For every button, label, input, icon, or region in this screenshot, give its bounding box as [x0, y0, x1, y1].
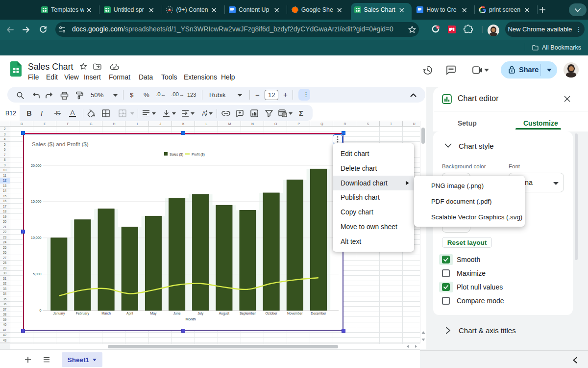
svg-text:January: January: [53, 312, 65, 315]
svg-text:May: May: [150, 312, 156, 315]
svg-text:15,000: 15,000: [31, 200, 42, 203]
svg-text:August: August: [219, 312, 229, 315]
svg-text:Profit ($): Profit ($): [192, 153, 205, 157]
svg-text:December: December: [311, 312, 326, 315]
svg-text:0: 0: [40, 309, 42, 312]
svg-text:Sales ($): Sales ($): [170, 153, 183, 157]
svg-text:A: A: [70, 109, 74, 116]
svg-text:April: April: [126, 312, 133, 315]
svg-text:March: March: [101, 312, 111, 315]
svg-text:November: November: [287, 312, 303, 315]
svg-text:10,000: 10,000: [31, 236, 42, 239]
svg-text:Month: Month: [186, 317, 196, 321]
svg-text:October: October: [266, 312, 278, 315]
svg-text:5,000: 5,000: [33, 272, 42, 276]
svg-text:February: February: [76, 312, 90, 315]
svg-text:June: June: [173, 312, 181, 315]
svg-text:Sales ($) and Profit ($): Sales ($) and Profit ($): [32, 141, 89, 147]
svg-text:20,000: 20,000: [31, 164, 42, 167]
svg-text:September: September: [240, 312, 256, 315]
svg-text:July: July: [197, 312, 204, 315]
